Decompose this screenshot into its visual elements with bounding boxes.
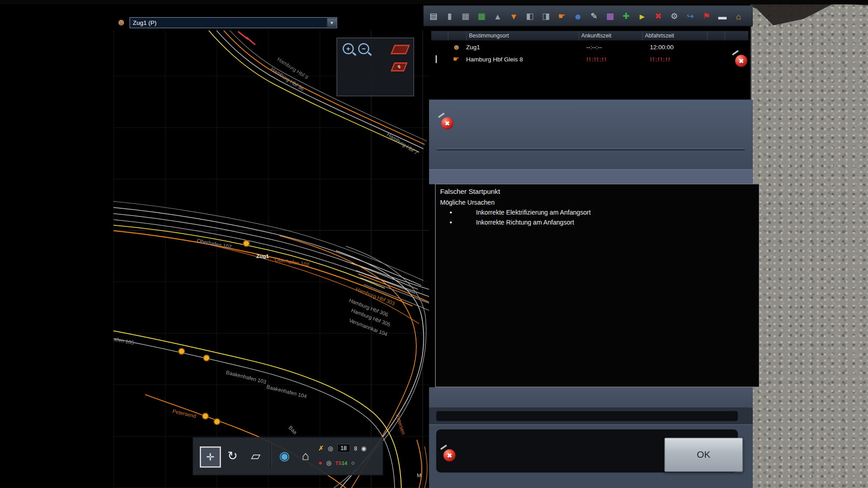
- map-svg: [113, 30, 429, 488]
- row-departure: 12:00:00: [642, 41, 707, 53]
- go-to-icon[interactable]: ►: [636, 9, 649, 23]
- track-path: [197, 242, 419, 324]
- waypoint-marker[interactable]: [214, 418, 220, 424]
- timetable-header: Bestimmungsort Ankunftszeit Abfahrtszeit: [431, 31, 749, 41]
- red-x-icon: ✖: [443, 449, 456, 461]
- track-map[interactable]: Hamburg Hbf 96Hamburg Hbf 9Hamburg Hbf 7…: [113, 30, 429, 488]
- exit-icon[interactable]: ↪: [684, 9, 697, 23]
- driver-icon: ☻: [448, 42, 461, 52]
- world-view-button[interactable]: ◉: [275, 446, 294, 465]
- blocks-icon[interactable]: ▩: [604, 9, 617, 23]
- move-icon: ✛: [206, 451, 214, 463]
- radio-option-2[interactable]: ◉: [361, 445, 367, 452]
- track-path: [356, 271, 429, 297]
- signal-tool-icon[interactable]: ●: [318, 459, 322, 466]
- grid-active-icon[interactable]: ▦: [475, 9, 488, 23]
- zoom-in-icon: +: [346, 45, 350, 52]
- pencil-icon: ✎: [396, 64, 402, 70]
- col-departure[interactable]: Abfahrtszeit: [642, 31, 707, 41]
- ts-label-red: TS: [335, 460, 342, 466]
- height-value[interactable]: 8: [354, 445, 357, 451]
- insert-before-icon[interactable]: ◧: [523, 9, 536, 23]
- map-zoom-panel: + − ✎: [336, 38, 414, 96]
- marker-tool-icon[interactable]: ✗: [318, 444, 324, 452]
- flag-icon[interactable]: ⚑: [700, 9, 713, 23]
- bullet-icon: ●: [449, 210, 452, 215]
- lower-icon[interactable]: ▼: [507, 9, 520, 23]
- delete-stop-button[interactable]: ✖: [733, 52, 749, 68]
- stop-checkbox[interactable]: [436, 55, 437, 63]
- track-path: [246, 37, 255, 45]
- collapsed-row-inner: [436, 411, 738, 421]
- depot-icon[interactable]: ⌂: [732, 9, 745, 23]
- select-region-button[interactable]: [391, 45, 410, 54]
- track-path: [113, 207, 421, 286]
- waypoint-marker[interactable]: [203, 355, 209, 361]
- cause-item: ●Inkorrekte Richtung am Anfangsort: [440, 219, 755, 226]
- add-service-icon[interactable]: ✚: [619, 9, 632, 23]
- col-checkbox: [431, 31, 448, 41]
- waypoint-marker[interactable]: [179, 348, 184, 354]
- home-view-button[interactable]: ⌂: [296, 446, 315, 465]
- save-icon[interactable]: ▤: [427, 9, 440, 23]
- ts14-label: TS14: [335, 459, 347, 466]
- waypoint-marker[interactable]: [243, 240, 249, 246]
- cause-item: ●Inkorrekte Elektrifizierung am Anfangso…: [440, 209, 755, 216]
- move-tool-button[interactable]: ✛: [200, 446, 221, 468]
- raise-icon[interactable]: ▲: [491, 9, 504, 23]
- bullet-icon: ●: [449, 220, 452, 225]
- delete-icon[interactable]: ▮: [443, 9, 456, 23]
- dialog-delete-button[interactable]: ✖: [442, 447, 457, 462]
- zoom-out-button[interactable]: −: [358, 43, 369, 54]
- train-selector[interactable]: Zug1 (P) ▼: [129, 17, 337, 28]
- insert-after-icon[interactable]: ◨: [539, 9, 552, 23]
- hand-icon: ☛: [448, 55, 459, 63]
- error-panel: Falscher Startpunkt Mögliche Ursachen ●I…: [435, 184, 760, 388]
- settings-icon[interactable]: ⚙: [668, 9, 681, 23]
- edit-icon[interactable]: ✎: [587, 9, 600, 23]
- remove-service-icon[interactable]: ✖: [651, 9, 665, 23]
- cause-text: Inkorrekte Richtung am Anfangsort: [476, 219, 574, 226]
- waypoint-marker[interactable]: [203, 413, 208, 419]
- rotate-tool-button[interactable]: ↻: [223, 446, 242, 465]
- remove-instruction-button[interactable]: ✖: [439, 115, 455, 131]
- pick-icon[interactable]: ☛: [555, 9, 568, 23]
- row-departure-invalid: !!:!!:!!: [642, 53, 707, 66]
- panel-strip: [429, 169, 753, 184]
- track-path: [360, 278, 429, 303]
- draw-region-button[interactable]: ✎: [391, 62, 407, 71]
- timetable-row-stop[interactable]: ☛ Hamburg Hbf Gleis 8 !!:!!:!! !!:!!:!!: [431, 53, 749, 66]
- timetable-rows: ☻ Zug1 --:--:-- 12:00:00 ☛ Hamburg Hbf G…: [431, 41, 749, 66]
- grid-size-value[interactable]: 18: [337, 444, 350, 453]
- transform-tool-button[interactable]: ▱: [246, 446, 265, 465]
- cause-list: ●Inkorrekte Elektrifizierung am Anfangso…: [440, 209, 755, 226]
- divider-groove: [437, 148, 745, 150]
- grid-icon[interactable]: ▦: [459, 9, 472, 23]
- driver-icon[interactable]: ☻: [571, 9, 585, 23]
- radio-option-3[interactable]: ◎: [326, 459, 332, 466]
- row-arrival: --:--:--: [579, 41, 642, 53]
- col-arrival[interactable]: Ankunftszeit: [579, 31, 642, 41]
- zoom-in-button[interactable]: +: [343, 43, 354, 54]
- roof-shape: [751, 0, 868, 33]
- col-extra: [725, 31, 747, 41]
- dropdown-arrow-button[interactable]: ▼: [326, 18, 336, 27]
- map-options-cluster: ✗ ◎ 18 8 ◉ ● ◎ TS14 ○: [314, 438, 381, 475]
- ts-label-green: 14: [342, 460, 347, 466]
- rotate-icon: ↻: [227, 449, 238, 463]
- panel-collapsed-row: [429, 408, 753, 424]
- ruler-icon[interactable]: ▬: [716, 9, 729, 23]
- radio-option-4[interactable]: ○: [351, 459, 355, 466]
- train-selector-value: Zug1 (P): [133, 19, 156, 26]
- map-toolbar: ✛ ↻ ▱ ◉ ⌂ ✗ ◎ 18 8 ◉: [193, 437, 383, 475]
- transform-icon: ▱: [251, 449, 260, 463]
- red-x-icon: ✖: [441, 117, 453, 130]
- world-icon: ◉: [279, 449, 290, 463]
- timetable-row-zug1[interactable]: ☻ Zug1 --:--:-- 12:00:00: [431, 41, 749, 53]
- radio-option-1[interactable]: ◎: [328, 445, 333, 452]
- col-destination[interactable]: Bestimmungsort: [466, 31, 579, 41]
- train-select-row: ☻ Zug1 (P) ▼: [116, 17, 337, 28]
- toolbar-divider: [271, 443, 272, 469]
- ok-button[interactable]: OK: [664, 438, 743, 472]
- driver-icon: ☻: [116, 17, 126, 28]
